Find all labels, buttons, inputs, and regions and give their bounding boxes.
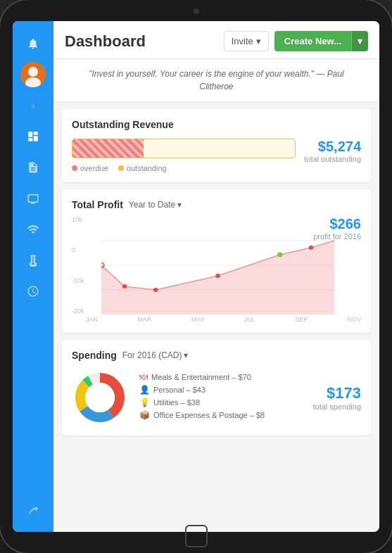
- svg-point-9: [153, 288, 158, 292]
- spending-filter-dropdown[interactable]: For 2016 (CAD) ▾: [122, 350, 189, 360]
- revenue-amount: $5,274: [304, 139, 361, 155]
- profit-amount-label: profit for 2016: [313, 232, 361, 241]
- spending-donut-chart: [72, 369, 128, 426]
- profit-card: Total Profit Year to Date ▾ 10k 0 -10k -…: [62, 189, 371, 333]
- quote-section: "Invest in yourself. Your career is the …: [53, 59, 379, 102]
- profit-amount: $266: [313, 216, 361, 232]
- svg-point-8: [122, 284, 127, 288]
- header: Dashboard Invite ▾ Create New... ▾: [53, 21, 379, 59]
- clock-icon[interactable]: [20, 279, 46, 304]
- legend-overdue: overdue: [72, 164, 108, 172]
- create-new-button[interactable]: Create New... ▾: [274, 31, 368, 51]
- spending-total-block: $173 total spending: [313, 384, 362, 411]
- overdue-dot: [72, 165, 77, 171]
- profit-header: Total Profit Year to Date ▾: [72, 199, 361, 210]
- revenue-amount-label: total outstanding: [304, 155, 361, 163]
- chart-y-labels: 10k 0 -10k -20k: [72, 216, 84, 314]
- spending-legend-office: 📦 Office Expenses & Postage – $8: [139, 410, 302, 420]
- spending-legend-meals: 🍽 Meals & Entertainment – $70: [139, 372, 302, 382]
- svg-point-11: [277, 253, 283, 258]
- legend-outstanding: outstanding: [118, 164, 167, 172]
- svg-point-10: [215, 274, 220, 278]
- revenue-bar-overdue: [72, 139, 144, 158]
- profit-title: Total Profit: [72, 199, 123, 210]
- quote-text: "Invest in yourself. Your career is the …: [89, 69, 344, 91]
- profit-amount-block: $266 profit for 2016: [313, 216, 361, 241]
- spending-content: 🍽 Meals & Entertainment – $70 👤 Personal…: [72, 369, 361, 426]
- wifi-icon[interactable]: [20, 217, 46, 242]
- revenue-row: overdue outstanding $5,274 total outstan…: [72, 139, 361, 172]
- profit-filter-dropdown[interactable]: Year to Date ▾: [129, 200, 182, 210]
- revenue-title: Outstanding Revenue: [72, 119, 361, 130]
- spending-amount: $173: [313, 384, 362, 402]
- notification-icon[interactable]: [20, 31, 46, 56]
- spending-label: total spending: [313, 402, 362, 411]
- spending-title: Spending: [72, 350, 117, 361]
- svg-point-18: [85, 383, 115, 412]
- computer-icon[interactable]: [20, 186, 46, 211]
- spending-card: Spending For 2016 (CAD) ▾: [62, 340, 371, 436]
- main-content: Dashboard Invite ▾ Create New... ▾ "Inve…: [53, 21, 379, 532]
- profit-chart-wrapper: 10k 0 -10k -20k: [72, 216, 361, 314]
- revenue-legend: overdue outstanding: [72, 164, 296, 172]
- profit-chart-svg: [87, 216, 334, 314]
- svg-point-1: [28, 67, 38, 77]
- spending-legend: 🍽 Meals & Entertainment – $70 👤 Personal…: [139, 372, 302, 423]
- flask-icon[interactable]: [20, 248, 46, 273]
- chart-x-labels: JAN MAR MAY JUL SEP NOV: [72, 314, 361, 323]
- invoice-icon[interactable]: [20, 155, 46, 180]
- create-chevron-icon[interactable]: ▾: [351, 31, 368, 51]
- revenue-bar-track: [72, 139, 296, 158]
- chevron-right-icon[interactable]: ›: [20, 93, 46, 118]
- dashboard-icon[interactable]: [20, 124, 46, 149]
- revenue-card: Outstanding Revenue overdue: [62, 109, 371, 182]
- outstanding-dot: [118, 165, 124, 171]
- page-title: Dashboard: [65, 32, 224, 51]
- user-avatar[interactable]: [20, 62, 46, 87]
- invite-button[interactable]: Invite ▾: [224, 31, 269, 51]
- spending-legend-utilities: 💡 Utilities – $38: [139, 398, 302, 407]
- svg-point-12: [309, 246, 314, 250]
- leaf-icon[interactable]: [20, 497, 46, 522]
- revenue-amount-block: $5,274 total outstanding: [304, 139, 361, 163]
- sidebar: ›: [13, 21, 53, 532]
- spending-header: Spending For 2016 (CAD) ▾: [72, 350, 361, 361]
- spending-legend-personal: 👤 Personal – $43: [139, 385, 302, 395]
